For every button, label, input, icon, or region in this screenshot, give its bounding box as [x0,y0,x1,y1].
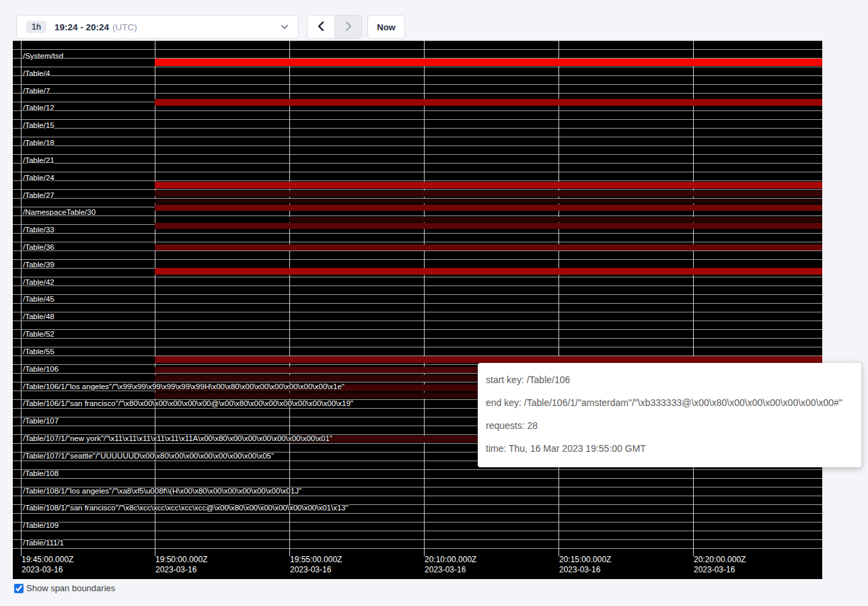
heat-band[interactable] [155,199,822,203]
heat-band[interactable] [155,99,822,106]
span-key-label: /Table/21 [23,156,55,165]
gridline-h [13,294,822,295]
gridline-h [13,137,822,137]
heat-band[interactable] [289,217,822,222]
gridline-h [13,154,822,155]
show-span-boundaries-toggle[interactable]: Show span boundaries [14,583,115,593]
axis-date: 2023-03-16 [694,565,746,575]
heat-band[interactable] [155,244,822,250]
gridline-h [13,172,822,172]
span-key-label: /Table/52 [23,329,55,339]
previous-button[interactable] [308,15,334,38]
gridline-h [13,93,822,94]
gridline-h [13,548,822,549]
gridline-h [13,67,822,67]
span-key-label: /Table/4 [23,69,50,78]
axis-tick-label: 19:50:00.000Z2023-03-16 [155,555,207,575]
span-key-label: /Table/39 [23,260,55,269]
gridline-h [13,338,822,339]
span-key-label: /Table/106/1/"los angeles"/"\x99\x99\x99… [23,382,345,391]
heat-band[interactable] [155,356,822,363]
span-key-label: /Table/107/1/"seattle"/"UUUUUUD\x00\x80\… [23,451,274,461]
gridline-h [13,119,822,120]
heat-band[interactable] [155,268,822,275]
gridline-h [13,469,822,470]
heat-band[interactable] [155,223,822,229]
gridline-h [13,189,822,190]
show-span-boundaries-label: Show span boundaries [26,583,115,593]
span-key-label: /Table/109 [23,520,59,530]
axis-time: 19:50:00.000Z [155,555,207,565]
gridline-h [13,513,822,514]
key-visualizer-canvas[interactable]: /System/tsd/Table/4/Table/7/Table/12/Tab… [13,40,822,579]
time-range-text: 19:24 - 20:24 [55,22,109,32]
axis-date: 2023-03-16 [559,565,611,575]
axis-date: 2023-03-16 [425,565,476,575]
axis-tick-label: 20:15:00.000Z2023-03-16 [559,555,611,575]
heat-band[interactable] [155,182,822,189]
span-key-label: /Table/27 [23,191,55,200]
gridline-v [289,40,290,556]
gridline-h [13,539,822,540]
gridline-h [13,277,822,277]
span-key-label: /Table/12 [23,103,55,112]
span-key-label: /Table/55 [23,347,55,356]
gridline-v [21,40,22,556]
gridline-h [13,522,822,523]
now-button[interactable]: Now [367,15,405,39]
show-span-boundaries-checkbox[interactable] [14,584,24,593]
axis-time: 20:15:00.000Z [559,555,611,565]
span-key-label: /Table/107 [23,416,59,426]
span-key-label: /Table/24 [23,173,55,182]
gridline-h [13,233,822,234]
gridline-h [13,84,822,85]
span-key-label: /Table/15 [23,121,55,130]
gridline-h [13,250,822,251]
heat-band[interactable] [155,191,822,197]
axis-tick-label: 19:55:00.000Z2023-03-16 [290,555,342,575]
tooltip-time: time: Thu, 16 Mar 2023 19:55:00 GMT [486,437,853,460]
span-key-label: /Table/108/1/"san francisco"/"\x8c\xcc\x… [23,503,349,512]
gridline-v [155,40,155,556]
heat-band[interactable] [155,59,822,66]
gridline-v [558,40,559,556]
axis-tick-label: 20:10:00.000Z2023-03-16 [425,555,476,575]
gridline-h [13,478,822,479]
gridline-h [13,285,822,286]
span-key-label: /Table/108/1/"los angeles"/"\xa8\xf5\u00… [23,486,301,496]
gridline-h [13,110,822,111]
gridline-h [13,259,822,260]
time-range-dropdown[interactable]: 1h 19:24 - 20:24 (UTC) [16,15,299,39]
span-key-label: /Table/106/1/"san francisco"/"\x80\x00\x… [23,399,353,408]
span-key-label: /Table/111/1 [23,538,64,547]
gridline-h [13,242,822,242]
axis-time: 19:45:00.000Z [22,555,73,565]
axis-date: 2023-03-16 [155,565,207,575]
gridline-h [13,531,822,531]
span-key-label: /Table/18 [23,138,55,147]
axis-tick-label: 20:20:00.000Z2023-03-16 [694,555,746,575]
gridline-h [13,49,822,50]
time-range-timezone: (UTC) [112,22,137,32]
next-button[interactable] [334,15,361,38]
span-key-label: /NamespaceTable/30 [23,207,96,217]
gridline-h [13,75,822,76]
chevron-left-icon [316,21,326,34]
span-key-label: /Table/106 [23,364,59,374]
gridline-v [693,40,694,556]
axis-time: 20:20:00.000Z [694,555,746,565]
chevron-down-icon [281,24,289,30]
axis-date: 2023-03-16 [22,565,73,575]
span-key-label: /Table/107/1/"new york"/"\x11\x11\x11\x1… [23,434,332,443]
gridline-h [13,321,822,321]
gridline-h [13,145,822,146]
gridline-h [13,128,822,129]
heat-band[interactable] [155,205,822,211]
span-tooltip: start key: /Table/106 end key: /Table/10… [478,363,861,467]
span-key-label: /Table/48 [23,312,55,321]
gridline-h [13,329,822,330]
axis-time: 20:10:00.000Z [425,555,476,565]
span-key-label: /Table/33 [23,225,55,234]
axis-tick-label: 19:45:00.000Z2023-03-16 [22,555,73,575]
tooltip-end-key: end key: /Table/106/1/"amsterdam"/"\xb33… [486,391,853,414]
